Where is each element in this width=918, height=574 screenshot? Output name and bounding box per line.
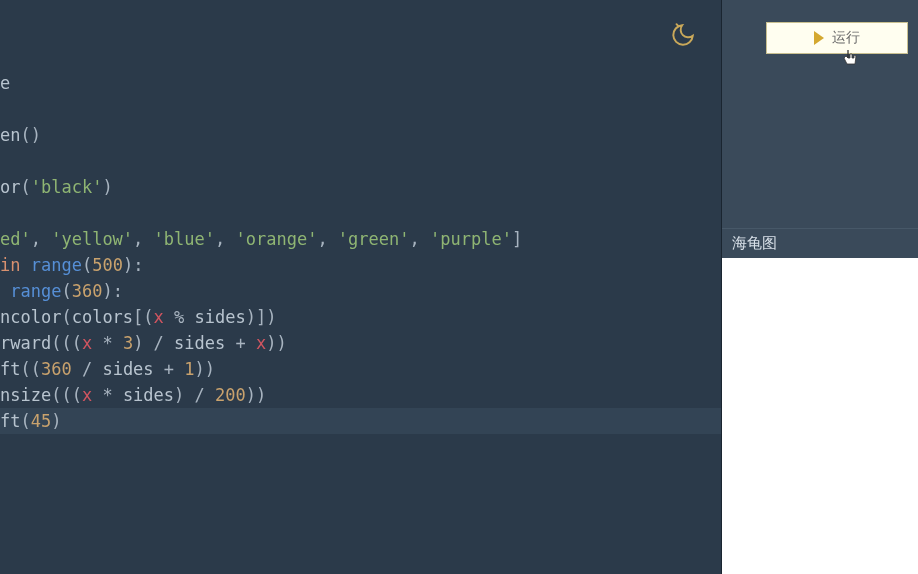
code-token: 'blue' <box>154 229 215 249</box>
code-token: , <box>317 229 337 249</box>
code-editor[interactable]: e en() or('black') ed', 'yellow', 'blue'… <box>0 60 721 444</box>
theme-toggle-icon[interactable] <box>670 22 696 48</box>
code-token: )) <box>195 359 215 379</box>
code-token: ): <box>102 281 122 301</box>
code-token: x <box>154 307 164 327</box>
code-token: range <box>10 281 61 301</box>
code-token: ( <box>20 411 30 431</box>
code-token: ( <box>61 307 71 327</box>
code-token: 'yellow' <box>51 229 133 249</box>
code-token: or <box>0 177 20 197</box>
code-token: , <box>133 229 153 249</box>
code-line[interactable]: ed', 'yellow', 'blue', 'orange', 'green'… <box>0 226 721 252</box>
code-token: )]) <box>246 307 277 327</box>
editor-toolbar <box>0 0 721 60</box>
play-icon <box>814 31 824 45</box>
code-token: , <box>31 229 51 249</box>
output-panel: 运行 海龟图 <box>721 0 918 574</box>
code-token: sides <box>174 333 225 353</box>
code-token: 45 <box>31 411 51 431</box>
code-token: ((( <box>51 385 82 405</box>
run-button-label: 运行 <box>832 29 860 47</box>
code-token: , <box>215 229 235 249</box>
code-token: 3 <box>123 333 133 353</box>
code-token <box>20 255 30 275</box>
code-line[interactable]: nsize(((x * sides) / 200)) <box>0 382 721 408</box>
output-title: 海龟图 <box>732 234 777 251</box>
code-token: [( <box>133 307 153 327</box>
code-token: ) <box>51 411 61 431</box>
code-line[interactable] <box>0 148 721 174</box>
code-token: 360 <box>41 359 72 379</box>
code-token: ) / <box>133 333 174 353</box>
code-token: rward <box>0 333 51 353</box>
code-line[interactable]: in range(500): <box>0 252 721 278</box>
code-token: colors <box>72 307 133 327</box>
code-line[interactable]: ft((360 / sides + 1)) <box>0 356 721 382</box>
output-header: 海龟图 <box>722 228 918 258</box>
code-token: ( <box>82 255 92 275</box>
code-token: range <box>31 255 82 275</box>
code-line[interactable]: ncolor(colors[(x % sides)]) <box>0 304 721 330</box>
code-token: x <box>82 385 92 405</box>
code-token: (( <box>20 359 40 379</box>
code-line[interactable] <box>0 96 721 122</box>
code-editor-panel: e en() or('black') ed', 'yellow', 'blue'… <box>0 0 721 574</box>
code-line[interactable]: ft(45) <box>0 408 721 434</box>
code-token: ed' <box>0 229 31 249</box>
code-token: 360 <box>72 281 103 301</box>
code-token: ( <box>20 177 30 197</box>
code-token: sides <box>123 385 174 405</box>
code-token: + <box>225 333 256 353</box>
code-token: 'green' <box>338 229 410 249</box>
code-token: )) <box>246 385 266 405</box>
code-token: * <box>92 333 123 353</box>
code-token: 200 <box>215 385 246 405</box>
code-token: () <box>20 125 40 145</box>
code-token: in <box>0 255 20 275</box>
code-token: ((( <box>51 333 82 353</box>
controls-area: 运行 <box>722 0 918 228</box>
turtle-canvas <box>722 258 918 574</box>
code-token: ft <box>0 411 20 431</box>
code-token: e <box>0 73 10 93</box>
code-token: % <box>164 307 195 327</box>
code-token: * <box>92 385 123 405</box>
code-token: 'black' <box>31 177 103 197</box>
code-token: ): <box>123 255 143 275</box>
code-token: 'orange' <box>235 229 317 249</box>
code-token: ncolor <box>0 307 61 327</box>
run-button[interactable]: 运行 <box>766 22 908 54</box>
code-token: en <box>0 125 20 145</box>
code-line[interactable]: en() <box>0 122 721 148</box>
code-token: ) <box>102 177 112 197</box>
code-token: 1 <box>184 359 194 379</box>
code-token: / <box>72 359 103 379</box>
code-token <box>0 281 10 301</box>
code-token: ] <box>512 229 522 249</box>
code-token: x <box>256 333 266 353</box>
code-line[interactable] <box>0 200 721 226</box>
code-line[interactable]: e <box>0 70 721 96</box>
code-token: ( <box>61 281 71 301</box>
code-token: )) <box>266 333 286 353</box>
code-token: , <box>410 229 430 249</box>
code-token: 'purple' <box>430 229 512 249</box>
code-token: 500 <box>92 255 123 275</box>
code-token: sides <box>102 359 153 379</box>
code-token: nsize <box>0 385 51 405</box>
code-token: ) / <box>174 385 215 405</box>
code-token: sides <box>195 307 246 327</box>
code-line[interactable]: range(360): <box>0 278 721 304</box>
code-token: + <box>154 359 185 379</box>
code-line[interactable]: rward(((x * 3) / sides + x)) <box>0 330 721 356</box>
code-token: x <box>82 333 92 353</box>
code-line[interactable]: or('black') <box>0 174 721 200</box>
code-token: ft <box>0 359 20 379</box>
